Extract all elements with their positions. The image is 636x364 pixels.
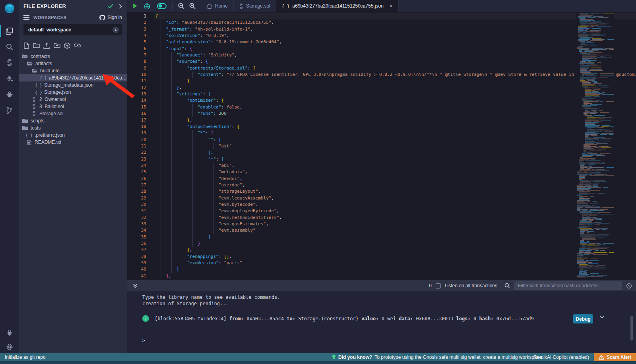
code-line: "evm.legacyAssembly", (155, 195, 636, 201)
tree-item-label: Storage.json (44, 89, 71, 95)
tree-item-label: build-info (40, 68, 60, 74)
remix-logo-icon[interactable] (0, 0, 19, 17)
new-file-icon[interactable] (23, 43, 29, 49)
copilot-toggle[interactable] (157, 3, 167, 9)
hamburger-icon[interactable] (23, 15, 29, 20)
line-number: 26 (127, 176, 151, 182)
new-folder-icon[interactable] (33, 43, 40, 49)
code-line: "evm.deployedBytecode", (155, 208, 636, 214)
tree-item--prettierrc-json[interactable]: { }.prettierrc.json (19, 132, 127, 139)
code-line: "optimizer": { (155, 97, 636, 104)
init-git-repo-button[interactable]: Initialize as git repo (5, 353, 46, 361)
line-number: 23 (127, 156, 151, 163)
json-file-icon: { } (282, 4, 290, 9)
upload-file-icon[interactable] (43, 43, 50, 49)
upload-folder-icon[interactable] (54, 43, 60, 49)
line-number: 9 (127, 65, 151, 72)
ban-icon[interactable] (626, 283, 632, 289)
tree-item-build-info[interactable]: build-info (19, 67, 127, 74)
tab-build-info-json[interactable]: { } a69b43f277ba20fcac141151250ca755.jso… (276, 0, 399, 12)
terminal-line: creation of Storage pending... (127, 300, 636, 307)
terminal-scrollbar[interactable] (630, 316, 633, 341)
expand-terminal-icon[interactable] (133, 283, 138, 288)
indent-guide (203, 137, 203, 241)
code-line: "_format": "hh-sol-build-info-1", (155, 26, 636, 33)
indent-guide (182, 98, 182, 267)
sidebar-item-deploy-run[interactable] (0, 71, 19, 87)
sidebar-item-file-explorer[interactable] (0, 23, 19, 39)
link-icon[interactable] (74, 43, 81, 49)
code-line: "abi", (155, 163, 636, 169)
transaction-log-row[interactable]: ✓ [block:5583405 txIndex:4] from: 0xa03.… (142, 315, 596, 322)
tree-item-label: contracts (31, 54, 50, 59)
listen-transactions-checkbox[interactable] (436, 283, 441, 288)
code-line: { (155, 13, 636, 19)
json-icon: { } (40, 76, 47, 80)
code-line: }, (155, 247, 636, 253)
line-number: 16 (127, 110, 151, 117)
tree-item-storage-sol[interactable]: Storage.sol (19, 110, 127, 117)
sidebar-item-settings[interactable] (0, 341, 19, 353)
remixai-robot-icon[interactable] (143, 3, 151, 10)
code-content: { "id": "a69b43f277ba20fcac141151250ca75… (155, 13, 636, 279)
tree-item-scripts[interactable]: scripts (19, 117, 127, 124)
line-number: 2 (127, 19, 151, 26)
line-number: 36 (127, 240, 151, 247)
line-number: 30 (127, 201, 151, 208)
terminal[interactable]: Type the library name to see available c… (127, 291, 636, 353)
sidebar-item-search[interactable] (0, 39, 19, 55)
code-line: "evm.bytecode", (155, 201, 636, 208)
zoom-out-icon[interactable] (178, 3, 184, 9)
tab-storage-sol[interactable]: Storage.sol (234, 0, 276, 12)
workspace-select[interactable]: default_workspace ▲ (23, 24, 122, 35)
solidity-icon (31, 111, 37, 116)
tree-item-storage-metadata-json[interactable]: { }Storage_metadata.json (19, 81, 127, 89)
code-line: }, (155, 117, 636, 124)
code-line: "evm.methodIdentifiers", (155, 215, 636, 221)
line-number: 4 (127, 33, 151, 39)
solidity-icon (31, 97, 37, 102)
sidebar-item-git[interactable] (0, 103, 19, 118)
tree-item-artifacts[interactable]: artifacts (19, 60, 127, 67)
tree-item-2-owner-sol[interactable]: 2_Owner.sol (19, 96, 127, 103)
json-icon: { } (35, 90, 42, 95)
sidebar-item-solidity-compiler[interactable] (0, 55, 19, 71)
tree-item-a69b43f277ba20fcac141151250ca7-[interactable]: { }a69b43f277ba20fcac141151250ca7... (19, 74, 127, 81)
tree-item-label: Storage.sol (39, 111, 64, 116)
debug-button[interactable]: Debug (573, 314, 593, 323)
line-number: 1 (127, 13, 151, 19)
minimap[interactable] (576, 12, 614, 280)
run-script-play-icon[interactable] (133, 3, 137, 9)
tab-home[interactable]: Home (201, 0, 234, 12)
tree-item-label: 3_Ballot.sol (39, 104, 64, 109)
close-tab-icon[interactable]: × (390, 3, 393, 9)
tree-item-readme-txt[interactable]: README.txt (19, 139, 127, 146)
ipfs-box-icon[interactable] (64, 43, 70, 49)
folder-open-icon (27, 61, 33, 66)
collapse-chevron-icon[interactable] (119, 4, 122, 9)
panel-title: FILE EXPLORER (23, 3, 108, 9)
zoom-in-icon[interactable] (189, 3, 196, 9)
file-explorer-panel: FILE EXPLORER WORKSPACES Sign in default… (19, 0, 127, 353)
sidebar-item-plugin-manager[interactable] (0, 325, 19, 341)
tree-item-tests[interactable]: tests (19, 124, 127, 132)
line-number: 11 (127, 78, 151, 84)
code-editor[interactable]: 1234567891011121314151617181920212223242… (127, 12, 636, 280)
editor-area: Home Storage.sol { } a69b43f277ba20fcac1… (127, 0, 636, 353)
tree-item-3-ballot-sol[interactable]: 3_Ballot.sol (19, 103, 127, 110)
tree-item-storage-json[interactable]: { }Storage.json (19, 89, 127, 96)
sidebar-item-debugger[interactable] (0, 87, 19, 103)
tree-item-contracts[interactable]: contracts (19, 53, 127, 60)
indent-guide (192, 104, 193, 117)
transaction-filter-input[interactable] (514, 281, 622, 290)
line-number: 38 (127, 254, 151, 260)
code-line: "runs": 200 (155, 110, 636, 117)
tx-expand-chevron-icon[interactable] (599, 315, 605, 319)
scam-alert-button[interactable]: Scam Alert (594, 353, 636, 361)
code-line: "content": "// SPDX-License-Identifier: … (155, 72, 636, 78)
line-number: 28 (127, 188, 151, 195)
terminal-line: Type the library name to see available c… (127, 291, 636, 300)
github-sign-in-button[interactable]: Sign in (99, 15, 122, 20)
code-line: "sources": { (155, 58, 636, 65)
code-line: "contracts/Storage.sol": { (155, 65, 636, 72)
